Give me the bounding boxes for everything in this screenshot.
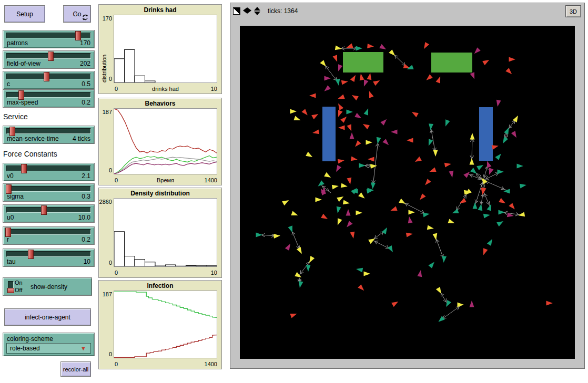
- slider-r: r0.2: [3, 226, 95, 245]
- slider-value: 4 ticks: [73, 135, 90, 142]
- chooser-selected-value: role-based: [10, 345, 40, 352]
- switch-groove[interactable]: [8, 281, 14, 293]
- plot-area: [114, 15, 217, 83]
- switch-on-label: On: [15, 279, 23, 286]
- slider-label: u0: [7, 214, 14, 221]
- plot-area: [114, 291, 217, 358]
- forever-loop-icon: [82, 14, 88, 20]
- slider-max-speed: max-speed0.2: [3, 89, 95, 108]
- slider-value: 0.2: [82, 99, 90, 106]
- slider-patrons: patrons170: [3, 30, 95, 48]
- switch-label: show-density: [31, 283, 67, 291]
- slider-label: mean-service-time: [7, 135, 59, 142]
- y-axis-max: 187: [99, 109, 112, 115]
- y-axis-min: 0: [99, 167, 112, 173]
- y-axis-max: 2860: [99, 199, 112, 205]
- go-button-label: Go: [73, 11, 81, 18]
- x-axis-max: 10: [211, 270, 217, 276]
- y-axis-max: 170: [99, 15, 112, 22]
- drinks-had-chart: [114, 15, 217, 82]
- section-heading-service: Service: [3, 112, 28, 121]
- plot-area: [114, 198, 217, 267]
- switch-off-label: Off: [15, 286, 23, 294]
- chooser-label: coloring-scheme: [7, 335, 53, 343]
- slider-track[interactable]: [6, 33, 91, 38]
- x-axis-label: drinks had: [114, 86, 217, 92]
- y-axis-label: distribution: [101, 55, 107, 82]
- world-view-widget: ticks: 1364 3D: [230, 3, 585, 369]
- chooser-select[interactable]: role-based ▼: [6, 343, 91, 354]
- slider-label: sigma: [7, 193, 24, 200]
- plot-title: Density distribution: [99, 190, 221, 197]
- chevron-down-icon: ▼: [80, 345, 86, 351]
- slider-label: tau: [7, 258, 16, 265]
- slider-value: 202: [80, 60, 90, 67]
- slider-track[interactable]: [6, 92, 91, 98]
- infect-one-agent-label: infect-one-agent: [25, 314, 70, 321]
- setup-button[interactable]: Setup: [4, 5, 45, 23]
- slider-track[interactable]: [6, 229, 91, 235]
- slider-label: r: [7, 236, 9, 243]
- ticks-counter: ticks: 1364: [268, 7, 298, 15]
- infect-one-agent-button[interactable]: infect-one-agent: [4, 308, 91, 326]
- slider-track[interactable]: [6, 186, 91, 192]
- horizontal-shift-icon[interactable]: [243, 7, 251, 15]
- x-axis-label: Время: [114, 177, 217, 183]
- plot-density-distribution: Density distribution 2860 0 0 10: [98, 188, 222, 278]
- go-button[interactable]: Go: [63, 5, 91, 23]
- recolor-all-label: recolor-all: [63, 366, 88, 372]
- y-axis-min: 0: [99, 260, 112, 266]
- slider-track[interactable]: [6, 165, 91, 171]
- 3d-view-button[interactable]: 3D: [565, 5, 581, 17]
- plot-area: [114, 108, 217, 174]
- x-axis-min: 0: [115, 361, 118, 367]
- slider-label: c: [7, 80, 10, 88]
- plot-behaviors: Behaviors 187 0 0 Время 1400: [98, 98, 222, 185]
- slider-value: 10.0: [78, 214, 90, 221]
- slider-tau: tau10: [3, 249, 95, 267]
- infection-chart: [114, 291, 217, 358]
- x-axis-max: 10: [211, 86, 217, 92]
- slider-value: 0.5: [82, 80, 90, 88]
- slider-mean-service-time: mean-service-time4 ticks: [3, 126, 95, 144]
- y-axis-min: 0: [99, 351, 112, 357]
- vertical-shift-icon[interactable]: [254, 7, 260, 15]
- slider-value: 0.3: [82, 193, 90, 200]
- switch-knob[interactable]: [7, 288, 14, 293]
- slider-track[interactable]: [6, 53, 91, 59]
- behaviors-chart: [114, 109, 217, 174]
- slider-label: field-of-view: [7, 60, 40, 67]
- slider-field-of-view: field-of-view202: [3, 50, 95, 69]
- slider-value: 10: [84, 258, 90, 265]
- setup-button-label: Setup: [16, 11, 33, 18]
- plot-drinks-had: Drinks had 170 0 distribution 0 drinks h…: [98, 4, 222, 94]
- slider-track[interactable]: [6, 128, 91, 134]
- slider-value: 170: [80, 39, 90, 47]
- x-axis-min: 0: [115, 270, 118, 276]
- show-density-switch: On Off show-density: [3, 277, 92, 296]
- netlogo-interface: Setup Go patrons170 field-of-view202 c0.…: [0, 0, 588, 383]
- density-distribution-chart: [114, 199, 217, 266]
- resize-view-icon[interactable]: [233, 7, 240, 15]
- slider-track[interactable]: [6, 207, 91, 213]
- slider-sigma: sigma0.3: [3, 183, 95, 202]
- world-border: [232, 19, 582, 367]
- x-axis-max: 1400: [205, 361, 217, 367]
- slider-track[interactable]: [6, 251, 91, 257]
- x-axis-max: 1400: [205, 177, 217, 183]
- slider-label: patrons: [7, 39, 28, 47]
- slider-track[interactable]: [6, 74, 91, 79]
- slider-v0: v02.1: [3, 163, 95, 181]
- slider-u0: u010.0: [3, 204, 95, 223]
- plot-infection: Infection 187 0 0 1400: [98, 280, 222, 369]
- slider-value: 0.2: [82, 236, 90, 243]
- world-canvas[interactable]: [240, 26, 575, 359]
- coloring-scheme-chooser: coloring-scheme role-based ▼: [3, 333, 95, 356]
- slider-label: max-speed: [7, 99, 38, 106]
- slider-label: v0: [7, 172, 14, 180]
- plot-title: Infection: [99, 282, 221, 289]
- recolor-all-button[interactable]: recolor-all: [60, 361, 91, 377]
- y-axis-max: 187: [99, 291, 112, 297]
- slider-c: c0.5: [3, 71, 95, 89]
- slider-value: 2.1: [82, 172, 90, 180]
